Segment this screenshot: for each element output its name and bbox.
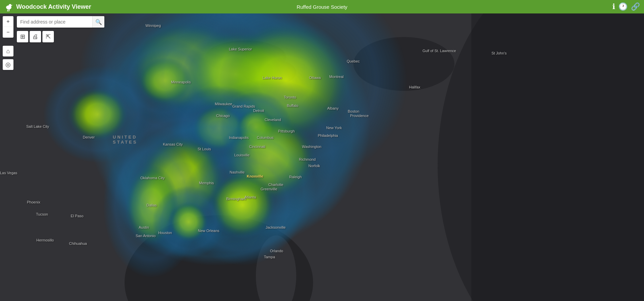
info-icon[interactable]: ℹ — [612, 2, 615, 11]
svg-rect-12 — [471, 13, 644, 301]
svg-line-3 — [7, 9, 8, 11]
search-input[interactable] — [17, 19, 92, 25]
map-tools-row: ⊞ 🖨 ⇱ — [17, 31, 54, 42]
subtitle: Ruffed Grouse Society — [297, 4, 347, 10]
svg-line-4 — [9, 9, 9, 11]
logo-area: Woodcock Activity Viewer — [4, 2, 91, 11]
header-right-icons: ℹ 🕐 🔗 — [612, 2, 640, 11]
zoom-out-button[interactable]: − — [3, 27, 13, 38]
map-background — [0, 13, 644, 301]
search-bar: 🔍 — [17, 16, 104, 28]
compass-button[interactable]: ◎ — [3, 59, 13, 70]
measure-button[interactable]: ⇱ — [42, 31, 54, 42]
search-button[interactable]: 🔍 — [92, 16, 104, 28]
basemap-button[interactable]: ⊞ — [17, 31, 28, 42]
svg-point-1 — [9, 4, 11, 7]
svg-point-9 — [242, 59, 296, 86]
app-header: Woodcock Activity Viewer Ruffed Grouse S… — [0, 0, 644, 13]
map-container[interactable]: WinnipegMinneapolisMilwaukeeChicagoDetro… — [0, 13, 644, 301]
svg-point-10 — [353, 37, 454, 91]
bird-logo-icon — [4, 2, 13, 11]
left-toolbar: + − — [3, 16, 13, 38]
app-title: Woodcock Activity Viewer — [16, 3, 91, 10]
history-icon[interactable]: 🕐 — [618, 2, 628, 11]
zoom-controls: + − — [3, 16, 13, 38]
svg-marker-2 — [11, 5, 13, 6]
share-icon[interactable]: 🔗 — [631, 2, 640, 11]
print-button[interactable]: 🖨 — [30, 31, 41, 42]
home-button[interactable]: ⌂ — [3, 46, 13, 57]
zoom-in-button[interactable]: + — [3, 16, 13, 27]
